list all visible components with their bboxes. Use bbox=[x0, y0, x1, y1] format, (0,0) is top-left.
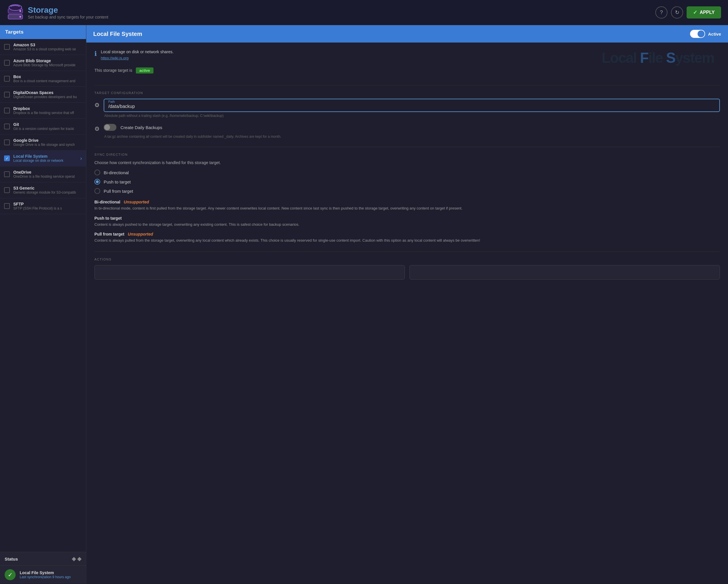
sidebar-item-text-digitalocean: DigitalOcean Spaces DigitalOcean provide… bbox=[13, 90, 82, 99]
divider-1 bbox=[95, 85, 720, 85]
radio-outer-pull bbox=[95, 188, 100, 194]
sidebar-checkbox-digitalocean[interactable] bbox=[4, 92, 10, 98]
target-config-section: TARGET CONFIGURATION ⚙ Path Absolute pat… bbox=[95, 91, 720, 139]
sidebar-item-azure-blob[interactable]: Azure Blob Storage Azure Blob Storage by… bbox=[0, 55, 86, 71]
sidebar-item-local-fs[interactable]: ✓ Local File System Local storage on dis… bbox=[0, 150, 86, 166]
sidebar-item-desc-digitalocean: DigitalOcean provides developers and bu bbox=[13, 95, 82, 99]
sidebar-item-name-dropbox: Dropbox bbox=[13, 106, 82, 111]
radio-pull[interactable]: Pull from target bbox=[95, 188, 720, 194]
sync-info-title-pull: Pull from target Unsupported bbox=[95, 232, 720, 237]
actions-section: ACTIONS bbox=[95, 257, 720, 280]
sidebar-item-git[interactable]: Git Git is a version control system for … bbox=[0, 119, 86, 135]
radio-label-push: Push to target bbox=[104, 179, 131, 184]
content-panel: Local File System Active Local File Syst… bbox=[86, 25, 728, 584]
sidebar-checkbox-box[interactable] bbox=[4, 76, 10, 82]
unsupported-badge-bi: Unsupported bbox=[124, 200, 149, 204]
info-link[interactable]: https://wiki.js.org bbox=[101, 56, 129, 60]
sync-direction-section: SYNC DIRECTION Choose how content synchr… bbox=[95, 153, 720, 243]
radio-bidirectional[interactable]: Bi-directional bbox=[95, 170, 720, 175]
sidebar-title: Targets bbox=[5, 29, 24, 35]
daily-backup-desc: A tar.gz archive containing all content … bbox=[104, 135, 720, 139]
daily-backup-toggle[interactable] bbox=[104, 124, 116, 131]
sidebar-item-desc-box: Box is a cloud content management and bbox=[13, 79, 82, 83]
svg-point-4 bbox=[19, 10, 21, 12]
help-button[interactable]: ? bbox=[655, 6, 668, 19]
unsupported-badge-pull: Unsupported bbox=[128, 232, 153, 237]
gear-icon-2: ⚙ bbox=[95, 125, 100, 132]
sidebar-checkbox-amazon-s3[interactable] bbox=[4, 44, 10, 50]
sidebar-item-digitalocean[interactable]: DigitalOcean Spaces DigitalOcean provide… bbox=[0, 87, 86, 103]
sidebar-item-desc-git: Git is a version control system for trac… bbox=[13, 127, 82, 131]
sidebar-item-text-dropbox: Dropbox Dropbox is a file hosting servic… bbox=[13, 106, 82, 115]
sidebar-item-name-s3-generic: S3 Generic bbox=[13, 186, 82, 190]
sync-info-body-bi: In bi-directional mode, content is first… bbox=[95, 205, 720, 211]
sidebar-checkbox-sftp[interactable] bbox=[4, 203, 10, 209]
status-item-text: Local File System Last synchronization 9… bbox=[20, 571, 71, 579]
sidebar-item-desc-dropbox: Dropbox is a file hosting service that o… bbox=[13, 111, 82, 115]
active-badge: active bbox=[136, 67, 154, 74]
sidebar-item-desc-onedrive: OneDrive is a file hosting service opera… bbox=[13, 174, 82, 178]
content-header: Local File System Active bbox=[86, 25, 728, 43]
sync-info-push: Push to target Content is always pushed … bbox=[95, 216, 720, 227]
path-label: Path bbox=[108, 100, 715, 103]
sync-radio-group: Bi-directional Push to target Pu bbox=[95, 170, 720, 194]
content-inner: Local File System ℹ Local storage on dis… bbox=[95, 50, 720, 280]
sidebar-item-text-box: Box Box is a cloud content management an… bbox=[13, 74, 82, 83]
status-label: Status bbox=[5, 557, 18, 561]
action-button-1[interactable] bbox=[95, 265, 405, 280]
sync-info-title-push: Push to target bbox=[95, 216, 720, 221]
sidebar-item-amazon-s3[interactable]: Amazon S3 Amazon S3 is a cloud computing… bbox=[0, 39, 86, 55]
actions-row bbox=[95, 265, 720, 280]
sidebar-checkbox-local-fs[interactable]: ✓ bbox=[4, 156, 10, 161]
sidebar-item-name-onedrive: OneDrive bbox=[13, 170, 82, 174]
sidebar-item-name-google-drive: Google Drive bbox=[13, 138, 82, 143]
daily-backup-row: ⚙ Create Daily Backups bbox=[95, 122, 720, 132]
content-body: Local File System ℹ Local storage on dis… bbox=[86, 43, 728, 295]
path-input[interactable] bbox=[108, 104, 715, 109]
sidebar-item-text-google-drive: Google Drive Google Drive is a file stor… bbox=[13, 138, 82, 147]
action-button-2[interactable] bbox=[410, 265, 720, 280]
sidebar-checkbox-dropbox[interactable] bbox=[4, 108, 10, 113]
refresh-button[interactable]: ↻ bbox=[671, 6, 683, 19]
info-icon: ℹ bbox=[95, 50, 97, 58]
main-layout: Targets Amazon S3 Amazon S3 is a cloud c… bbox=[0, 25, 728, 584]
sidebar-item-sftp[interactable]: SFTP SFTP (SSH File Protocol) is a s bbox=[0, 198, 86, 214]
daily-backup-label: Create Daily Backups bbox=[121, 125, 162, 130]
radio-outer-push bbox=[95, 179, 100, 185]
sidebar-checkbox-azure-blob[interactable] bbox=[4, 60, 10, 66]
app-logo-icon bbox=[7, 4, 24, 21]
sidebar-item-text-local-fs: Local File System Local storage on disk … bbox=[13, 154, 77, 163]
sidebar-item-box[interactable]: Box Box is a cloud content management an… bbox=[0, 71, 86, 87]
app-header: Storage Set backup and sync targets for … bbox=[0, 0, 728, 25]
sidebar-item-name-digitalocean: DigitalOcean Spaces bbox=[13, 90, 82, 95]
status-check-icon: ✓ bbox=[5, 569, 16, 580]
app-subtitle: Set backup and sync targets for your con… bbox=[28, 15, 108, 19]
sync-info-body-pull: Content is always pulled from the storag… bbox=[95, 238, 720, 243]
sidebar-checkbox-onedrive[interactable] bbox=[4, 171, 10, 177]
sidebar-checkbox-google-drive[interactable] bbox=[4, 139, 10, 145]
sidebar-checkbox-s3-generic[interactable] bbox=[4, 187, 10, 193]
refresh-icon: ↻ bbox=[675, 9, 679, 16]
sidebar-item-name-git: Git bbox=[13, 122, 82, 127]
active-toggle[interactable] bbox=[690, 30, 705, 38]
sidebar-item-dropbox[interactable]: Dropbox Dropbox is a file hosting servic… bbox=[0, 103, 86, 119]
header-title-block: Storage Set backup and sync targets for … bbox=[28, 5, 108, 19]
sidebar-item-onedrive[interactable]: OneDrive OneDrive is a file hosting serv… bbox=[0, 166, 86, 182]
apply-label: APPLY bbox=[700, 10, 715, 15]
sidebar-item-name-sftp: SFTP bbox=[13, 202, 82, 206]
sidebar: Targets Amazon S3 Amazon S3 is a cloud c… bbox=[0, 25, 86, 584]
sidebar-item-google-drive[interactable]: Google Drive Google Drive is a file stor… bbox=[0, 135, 86, 150]
actions-label: ACTIONS bbox=[95, 257, 720, 261]
target-config-label: TARGET CONFIGURATION bbox=[95, 91, 720, 94]
status-dots-icon: ◆ ◆ bbox=[72, 556, 81, 562]
sidebar-item-s3-generic[interactable]: S3 Generic Generic storage module for S3… bbox=[0, 182, 86, 198]
radio-push[interactable]: Push to target bbox=[95, 179, 720, 185]
svg-point-3 bbox=[19, 16, 21, 18]
apply-button[interactable]: ✓ APPLY bbox=[686, 6, 721, 19]
status-item-sub: Last synchronization 9 hours ago bbox=[20, 575, 71, 579]
radio-outer-bi bbox=[95, 170, 100, 175]
sidebar-checkbox-git[interactable] bbox=[4, 123, 10, 129]
path-field-wrapper: Path bbox=[104, 99, 720, 112]
divider-3 bbox=[95, 251, 720, 252]
divider-2 bbox=[95, 147, 720, 147]
